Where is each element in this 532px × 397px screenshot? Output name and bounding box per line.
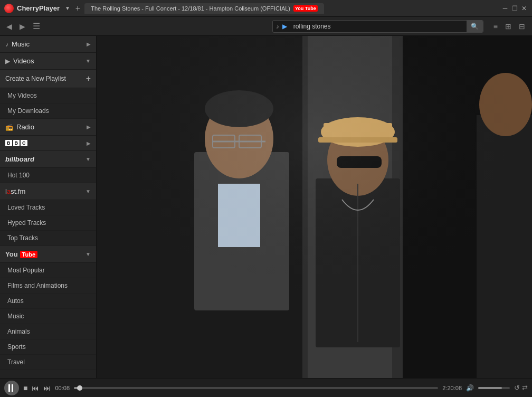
top-tracks-label: Top Tracks [7,234,38,242]
lastfm-logo: last.fm [5,187,25,195]
back-button[interactable]: ◀ [4,21,14,32]
titlebar: CherryPlayer ▼ + The Rolling Stones - Fu… [0,0,532,17]
maximize-button[interactable]: ❐ [511,5,518,12]
sidebar-item-loved-tracks[interactable]: Loved Tracks [0,200,96,215]
animals-label: Animals [7,328,30,335]
billboard-logo: billboard [5,155,34,163]
window-controls: ─ ❐ ✕ [501,5,528,12]
video-search-icon[interactable]: ▶ [282,23,287,30]
sidebar-item-travel[interactable]: Travel [0,355,96,370]
tab-area: + The Rolling Stones - Full Concert - 12… [75,3,497,14]
volume-bar[interactable] [478,387,510,389]
hyped-tracks-label: Hyped Tracks [7,219,46,226]
player-bar: ■ ⏮ ⏭ 00:08 2:20:08 🔊 ↺ ⇄ [0,378,532,397]
sidebar-videos-header[interactable]: ▶ Videos ▼ [0,53,96,70]
svg-rect-21 [97,36,532,378]
shuffle-button[interactable]: ⇄ [522,384,528,392]
youtube-logo: You Tube [5,250,37,258]
travel-label: Travel [7,358,25,366]
video-section-icon: ▶ [5,58,10,65]
music-section-label: Music [12,40,30,48]
sidebar-lastfm-header[interactable]: last.fm ▼ [0,183,96,200]
app-dropdown[interactable]: ▼ [65,5,70,11]
play-button[interactable] [4,381,19,395]
sidebar-youtube-header[interactable]: You Tube ▼ [0,246,96,263]
sidebar-item-music-category[interactable]: Music [0,309,96,324]
progress-bar[interactable] [74,387,438,389]
cherry-icon [4,4,14,13]
hot100-label: Hot 100 [7,172,30,179]
videos-section-label: Videos [13,57,34,65]
lastfm-chevron: ▼ [86,188,91,194]
close-button[interactable]: ✕ [520,5,528,12]
search-input[interactable] [290,21,467,32]
youtube-badge: You Tube [293,5,318,12]
main-area: ♪ Music ▶ ▶ Videos ▼ Create a New Playli… [0,36,532,378]
volume-fill [478,387,502,389]
menu-button[interactable]: ☰ [31,20,42,32]
minimize-button[interactable]: ─ [501,5,509,12]
music-category-label: Music [7,313,24,320]
sidebar-music-header[interactable]: ♪ Music ▶ [0,36,96,53]
youtube-chevron: ▼ [86,251,91,257]
sidebar: ♪ Music ▶ ▶ Videos ▼ Create a New Playli… [0,36,97,378]
repeat-button[interactable]: ↺ [514,384,520,392]
radio-section-label: Radio [16,123,34,131]
video-content [97,36,532,378]
create-playlist-button[interactable]: Create a New Playlist + [0,70,96,88]
tab-title: The Rolling Stones - Full Concert - 12/1… [91,5,290,12]
plus-icon: + [86,74,91,83]
bbc-chevron: ▶ [87,140,91,146]
loved-tracks-label: Loved Tracks [7,204,45,211]
media-type-icons: ♪ ▶ [273,23,290,30]
tile-view-button[interactable]: ⊟ [516,21,528,32]
sidebar-item-my-downloads[interactable]: My Downloads [0,103,96,119]
sidebar-item-my-videos[interactable]: My Videos [0,88,96,103]
volume-icon[interactable]: 🔊 [466,384,474,392]
music-search-icon[interactable]: ♪ [276,23,279,30]
current-time: 00:08 [55,385,70,391]
music-section-icon: ♪ [5,41,8,48]
sidebar-item-top-tracks[interactable]: Top Tracks [0,231,96,246]
play-icon [8,384,15,392]
sidebar-item-most-popular[interactable]: Most Popular [0,263,96,278]
create-playlist-label: Create a New Playlist [5,75,66,82]
sidebar-billboard-header[interactable]: billboard ▼ [0,151,96,168]
films-animations-label: Films and Animations [7,282,68,289]
view-buttons: ≡ ⊞ ⊟ [491,21,528,32]
autos-label: Autos [7,297,24,305]
video-frame [97,36,532,378]
sidebar-item-autos[interactable]: Autos [0,294,96,309]
radio-section-icon: 📻 [5,124,13,131]
billboard-chevron: ▼ [86,156,91,162]
forward-button[interactable]: ▶ [17,21,27,32]
playback-controls: ↺ ⇄ [514,384,528,392]
sports-label: Sports [7,343,26,351]
app-logo: CherryPlayer ▼ [4,4,70,13]
toolbar: ◀ ▶ ☰ ♪ ▶ 🔍 ≡ ⊞ ⊟ [0,17,532,36]
sidebar-item-hyped-tracks[interactable]: Hyped Tracks [0,215,96,231]
list-view-button[interactable]: ≡ [491,21,500,32]
active-tab[interactable]: The Rolling Stones - Full Concert - 12/1… [84,3,324,14]
prev-button[interactable]: ⏮ [32,384,39,392]
add-tab-button[interactable]: + [75,4,80,13]
videos-chevron: ▼ [86,58,91,64]
search-button[interactable]: 🔍 [467,21,483,32]
sidebar-item-animals[interactable]: Animals [0,324,96,339]
radio-chevron: ▶ [87,124,91,130]
stop-button[interactable]: ■ [23,384,27,392]
grid-view-button[interactable]: ⊞ [502,21,514,32]
video-area[interactable] [97,36,532,378]
sidebar-item-films-animations[interactable]: Films and Animations [0,278,96,294]
music-chevron: ▶ [87,41,91,47]
sidebar-item-sports[interactable]: Sports [0,339,96,355]
sidebar-radio-header[interactable]: 📻 Radio ▶ [0,119,96,136]
progress-dot [77,385,82,391]
most-popular-label: Most Popular [7,267,45,274]
svg-rect-22 [8,384,10,392]
app-name: CherryPlayer [17,4,60,12]
next-button[interactable]: ⏭ [43,384,51,392]
svg-rect-23 [12,384,13,392]
sidebar-item-hot100[interactable]: Hot 100 [0,168,96,183]
sidebar-bbc-header[interactable]: B B C ▶ [0,136,96,151]
